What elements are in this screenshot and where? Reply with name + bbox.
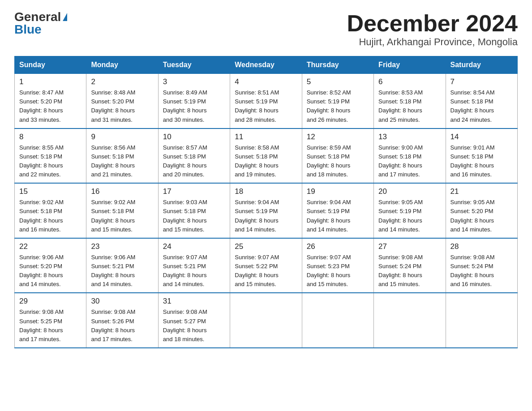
day-number: 12 [307, 133, 369, 141]
calendar-cell: 30 Sunrise: 9:08 AMSunset: 5:26 PMDaylig… [86, 293, 158, 348]
day-info: Sunrise: 8:49 AMSunset: 5:19 PMDaylight:… [163, 89, 207, 123]
day-number: 24 [163, 242, 225, 251]
logo-general-text: General [14, 11, 61, 23]
weekday-header-wednesday: Wednesday [230, 56, 302, 74]
day-info: Sunrise: 9:02 AMSunset: 5:18 PMDaylight:… [19, 199, 64, 232]
calendar-cell [374, 293, 446, 348]
calendar-cell: 23 Sunrise: 9:06 AMSunset: 5:21 PMDaylig… [86, 238, 158, 293]
day-info: Sunrise: 9:08 AMSunset: 5:25 PMDaylight:… [19, 308, 64, 342]
calendar-cell: 10 Sunrise: 8:57 AMSunset: 5:18 PMDaylig… [158, 128, 230, 184]
day-info: Sunrise: 8:59 AMSunset: 5:18 PMDaylight:… [307, 144, 351, 178]
calendar-cell: 21 Sunrise: 9:05 AMSunset: 5:20 PMDaylig… [446, 183, 517, 238]
day-info: Sunrise: 9:01 AMSunset: 5:18 PMDaylight:… [450, 144, 495, 178]
day-info: Sunrise: 9:05 AMSunset: 5:20 PMDaylight:… [450, 199, 495, 232]
day-number: 7 [450, 77, 513, 86]
day-number: 31 [163, 297, 225, 306]
calendar-cell: 12 Sunrise: 8:59 AMSunset: 5:18 PMDaylig… [302, 128, 373, 184]
day-number: 4 [235, 77, 297, 86]
calendar-cell: 6 Sunrise: 8:53 AMSunset: 5:18 PMDayligh… [374, 74, 446, 128]
day-number: 29 [19, 297, 82, 306]
calendar-cell: 22 Sunrise: 9:06 AMSunset: 5:20 PMDaylig… [15, 238, 86, 293]
weekday-header-row: SundayMondayTuesdayWednesdayThursdayFrid… [15, 56, 518, 74]
calendar-cell: 17 Sunrise: 9:03 AMSunset: 5:18 PMDaylig… [158, 183, 230, 238]
calendar-cell: 13 Sunrise: 9:00 AMSunset: 5:18 PMDaylig… [374, 128, 446, 184]
day-info: Sunrise: 9:00 AMSunset: 5:18 PMDaylight:… [378, 144, 423, 178]
day-info: Sunrise: 9:05 AMSunset: 5:19 PMDaylight:… [378, 199, 423, 232]
day-number: 11 [235, 133, 297, 141]
day-number: 19 [307, 187, 369, 196]
logo-triangle-icon [63, 13, 67, 21]
calendar-cell: 24 Sunrise: 9:07 AMSunset: 5:21 PMDaylig… [158, 238, 230, 293]
calendar-cell: 25 Sunrise: 9:07 AMSunset: 5:22 PMDaylig… [230, 238, 302, 293]
calendar-cell: 4 Sunrise: 8:51 AMSunset: 5:19 PMDayligh… [230, 74, 302, 128]
weekday-header-thursday: Thursday [302, 56, 373, 74]
day-number: 1 [19, 77, 82, 86]
calendar-cell [230, 293, 302, 348]
calendar-week-row-1: 1 Sunrise: 8:47 AMSunset: 5:20 PMDayligh… [15, 74, 518, 128]
calendar-title: December 2024 [347, 11, 518, 36]
calendar-subtitle: Hujirt, Arkhangai Province, Mongolia [347, 36, 518, 48]
day-info: Sunrise: 9:08 AMSunset: 5:26 PMDaylight:… [91, 308, 135, 342]
title-block: December 2024 Hujirt, Arkhangai Province… [347, 11, 518, 48]
weekday-header-monday: Monday [86, 56, 158, 74]
day-number: 14 [450, 133, 513, 141]
weekday-header-saturday: Saturday [446, 56, 517, 74]
calendar-cell: 9 Sunrise: 8:56 AMSunset: 5:18 PMDayligh… [86, 128, 158, 184]
page-header: General Blue December 2024 Hujirt, Arkha… [14, 11, 518, 48]
day-info: Sunrise: 9:06 AMSunset: 5:20 PMDaylight:… [19, 254, 64, 287]
day-number: 23 [91, 242, 153, 251]
weekday-header-tuesday: Tuesday [158, 56, 230, 74]
calendar-cell: 3 Sunrise: 8:49 AMSunset: 5:19 PMDayligh… [158, 74, 230, 128]
day-info: Sunrise: 9:04 AMSunset: 5:19 PMDaylight:… [235, 199, 279, 232]
day-info: Sunrise: 9:03 AMSunset: 5:18 PMDaylight:… [163, 199, 207, 232]
calendar-cell [446, 293, 517, 348]
day-number: 21 [450, 187, 513, 196]
day-number: 28 [450, 242, 513, 251]
day-info: Sunrise: 9:08 AMSunset: 5:24 PMDaylight:… [450, 254, 495, 287]
day-info: Sunrise: 8:52 AMSunset: 5:19 PMDaylight:… [307, 89, 351, 123]
day-info: Sunrise: 8:57 AMSunset: 5:18 PMDaylight:… [163, 144, 207, 178]
calendar-cell: 7 Sunrise: 8:54 AMSunset: 5:18 PMDayligh… [446, 74, 517, 128]
day-number: 22 [19, 242, 82, 251]
calendar-cell: 15 Sunrise: 9:02 AMSunset: 5:18 PMDaylig… [15, 183, 86, 238]
logo: General Blue [14, 11, 67, 36]
day-info: Sunrise: 9:07 AMSunset: 5:23 PMDaylight:… [307, 254, 351, 287]
day-info: Sunrise: 8:47 AMSunset: 5:20 PMDaylight:… [19, 89, 64, 123]
day-number: 18 [235, 187, 297, 196]
day-info: Sunrise: 9:08 AMSunset: 5:24 PMDaylight:… [378, 254, 423, 287]
weekday-header-friday: Friday [374, 56, 446, 74]
calendar-cell: 16 Sunrise: 9:02 AMSunset: 5:18 PMDaylig… [86, 183, 158, 238]
day-info: Sunrise: 9:04 AMSunset: 5:19 PMDaylight:… [307, 199, 351, 232]
day-number: 20 [378, 187, 441, 196]
day-info: Sunrise: 9:07 AMSunset: 5:21 PMDaylight:… [163, 254, 207, 287]
day-info: Sunrise: 8:54 AMSunset: 5:18 PMDaylight:… [450, 89, 495, 123]
calendar-cell: 27 Sunrise: 9:08 AMSunset: 5:24 PMDaylig… [374, 238, 446, 293]
day-info: Sunrise: 8:48 AMSunset: 5:20 PMDaylight:… [91, 89, 135, 123]
day-info: Sunrise: 9:06 AMSunset: 5:21 PMDaylight:… [91, 254, 135, 287]
calendar-cell: 18 Sunrise: 9:04 AMSunset: 5:19 PMDaylig… [230, 183, 302, 238]
calendar-cell: 11 Sunrise: 8:58 AMSunset: 5:18 PMDaylig… [230, 128, 302, 184]
day-number: 6 [378, 77, 441, 86]
calendar-week-row-5: 29 Sunrise: 9:08 AMSunset: 5:25 PMDaylig… [15, 293, 518, 348]
calendar-week-row-3: 15 Sunrise: 9:02 AMSunset: 5:18 PMDaylig… [15, 183, 518, 238]
calendar-cell: 5 Sunrise: 8:52 AMSunset: 5:19 PMDayligh… [302, 74, 373, 128]
calendar-cell: 31 Sunrise: 9:08 AMSunset: 5:27 PMDaylig… [158, 293, 230, 348]
day-number: 25 [235, 242, 297, 251]
calendar-cell: 1 Sunrise: 8:47 AMSunset: 5:20 PMDayligh… [15, 74, 86, 128]
day-number: 15 [19, 187, 82, 196]
logo-blue-text: Blue [14, 23, 42, 36]
calendar-cell: 28 Sunrise: 9:08 AMSunset: 5:24 PMDaylig… [446, 238, 517, 293]
calendar-week-row-4: 22 Sunrise: 9:06 AMSunset: 5:20 PMDaylig… [15, 238, 518, 293]
calendar-cell: 8 Sunrise: 8:55 AMSunset: 5:18 PMDayligh… [15, 128, 86, 184]
day-number: 13 [378, 133, 441, 141]
day-number: 16 [91, 187, 153, 196]
day-info: Sunrise: 9:08 AMSunset: 5:27 PMDaylight:… [163, 308, 207, 342]
calendar-week-row-2: 8 Sunrise: 8:55 AMSunset: 5:18 PMDayligh… [15, 128, 518, 184]
day-number: 30 [91, 297, 153, 306]
day-number: 5 [307, 77, 369, 86]
day-number: 10 [163, 133, 225, 141]
day-info: Sunrise: 8:58 AMSunset: 5:18 PMDaylight:… [235, 144, 279, 178]
day-info: Sunrise: 9:02 AMSunset: 5:18 PMDaylight:… [91, 199, 135, 232]
calendar-cell: 20 Sunrise: 9:05 AMSunset: 5:19 PMDaylig… [374, 183, 446, 238]
calendar-cell: 19 Sunrise: 9:04 AMSunset: 5:19 PMDaylig… [302, 183, 373, 238]
